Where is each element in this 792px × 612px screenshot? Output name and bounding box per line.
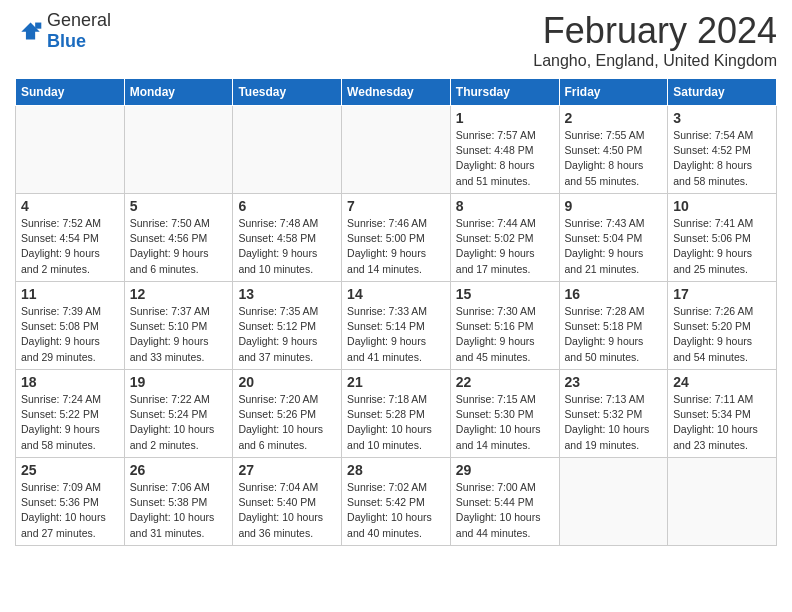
day-info: Sunrise: 7:00 AM Sunset: 5:44 PM Dayligh… <box>456 480 554 541</box>
calendar-day-cell: 19Sunrise: 7:22 AM Sunset: 5:24 PM Dayli… <box>124 370 233 458</box>
day-of-week-header: Tuesday <box>233 79 342 106</box>
calendar-week-row: 11Sunrise: 7:39 AM Sunset: 5:08 PM Dayli… <box>16 282 777 370</box>
day-info: Sunrise: 7:22 AM Sunset: 5:24 PM Dayligh… <box>130 392 228 453</box>
day-info: Sunrise: 7:33 AM Sunset: 5:14 PM Dayligh… <box>347 304 445 365</box>
day-number: 25 <box>21 462 119 478</box>
calendar-day-cell: 26Sunrise: 7:06 AM Sunset: 5:38 PM Dayli… <box>124 458 233 546</box>
day-info: Sunrise: 7:54 AM Sunset: 4:52 PM Dayligh… <box>673 128 771 189</box>
day-of-week-header: Thursday <box>450 79 559 106</box>
header: General Blue February 2024 Langho, Engla… <box>15 10 777 70</box>
day-number: 15 <box>456 286 554 302</box>
day-of-week-header: Friday <box>559 79 668 106</box>
calendar-day-cell: 18Sunrise: 7:24 AM Sunset: 5:22 PM Dayli… <box>16 370 125 458</box>
svg-marker-1 <box>35 23 41 29</box>
day-info: Sunrise: 7:20 AM Sunset: 5:26 PM Dayligh… <box>238 392 336 453</box>
day-of-week-header: Wednesday <box>342 79 451 106</box>
calendar-day-cell: 25Sunrise: 7:09 AM Sunset: 5:36 PM Dayli… <box>16 458 125 546</box>
calendar-day-cell: 21Sunrise: 7:18 AM Sunset: 5:28 PM Dayli… <box>342 370 451 458</box>
logo-icon <box>15 21 43 41</box>
day-info: Sunrise: 7:02 AM Sunset: 5:42 PM Dayligh… <box>347 480 445 541</box>
calendar-header: SundayMondayTuesdayWednesdayThursdayFrid… <box>16 79 777 106</box>
calendar-day-cell: 4Sunrise: 7:52 AM Sunset: 4:54 PM Daylig… <box>16 194 125 282</box>
calendar-day-cell: 14Sunrise: 7:33 AM Sunset: 5:14 PM Dayli… <box>342 282 451 370</box>
day-info: Sunrise: 7:18 AM Sunset: 5:28 PM Dayligh… <box>347 392 445 453</box>
day-info: Sunrise: 7:06 AM Sunset: 5:38 PM Dayligh… <box>130 480 228 541</box>
day-number: 4 <box>21 198 119 214</box>
calendar-week-row: 4Sunrise: 7:52 AM Sunset: 4:54 PM Daylig… <box>16 194 777 282</box>
logo-general: General <box>47 10 111 30</box>
day-number: 8 <box>456 198 554 214</box>
day-info: Sunrise: 7:13 AM Sunset: 5:32 PM Dayligh… <box>565 392 663 453</box>
day-number: 1 <box>456 110 554 126</box>
calendar-day-cell: 10Sunrise: 7:41 AM Sunset: 5:06 PM Dayli… <box>668 194 777 282</box>
calendar-day-cell: 13Sunrise: 7:35 AM Sunset: 5:12 PM Dayli… <box>233 282 342 370</box>
calendar-day-cell <box>342 106 451 194</box>
day-number: 9 <box>565 198 663 214</box>
calendar-day-cell: 23Sunrise: 7:13 AM Sunset: 5:32 PM Dayli… <box>559 370 668 458</box>
day-number: 7 <box>347 198 445 214</box>
day-info: Sunrise: 7:50 AM Sunset: 4:56 PM Dayligh… <box>130 216 228 277</box>
day-info: Sunrise: 7:24 AM Sunset: 5:22 PM Dayligh… <box>21 392 119 453</box>
day-number: 18 <box>21 374 119 390</box>
day-info: Sunrise: 7:28 AM Sunset: 5:18 PM Dayligh… <box>565 304 663 365</box>
calendar-day-cell: 15Sunrise: 7:30 AM Sunset: 5:16 PM Dayli… <box>450 282 559 370</box>
calendar-day-cell: 3Sunrise: 7:54 AM Sunset: 4:52 PM Daylig… <box>668 106 777 194</box>
day-info: Sunrise: 7:44 AM Sunset: 5:02 PM Dayligh… <box>456 216 554 277</box>
day-number: 10 <box>673 198 771 214</box>
calendar-day-cell: 8Sunrise: 7:44 AM Sunset: 5:02 PM Daylig… <box>450 194 559 282</box>
day-number: 28 <box>347 462 445 478</box>
day-info: Sunrise: 7:35 AM Sunset: 5:12 PM Dayligh… <box>238 304 336 365</box>
calendar-day-cell: 20Sunrise: 7:20 AM Sunset: 5:26 PM Dayli… <box>233 370 342 458</box>
day-info: Sunrise: 7:48 AM Sunset: 4:58 PM Dayligh… <box>238 216 336 277</box>
day-info: Sunrise: 7:09 AM Sunset: 5:36 PM Dayligh… <box>21 480 119 541</box>
day-info: Sunrise: 7:15 AM Sunset: 5:30 PM Dayligh… <box>456 392 554 453</box>
calendar-day-cell <box>233 106 342 194</box>
calendar-week-row: 18Sunrise: 7:24 AM Sunset: 5:22 PM Dayli… <box>16 370 777 458</box>
day-number: 27 <box>238 462 336 478</box>
calendar-day-cell: 6Sunrise: 7:48 AM Sunset: 4:58 PM Daylig… <box>233 194 342 282</box>
day-number: 16 <box>565 286 663 302</box>
day-info: Sunrise: 7:26 AM Sunset: 5:20 PM Dayligh… <box>673 304 771 365</box>
calendar-day-cell <box>559 458 668 546</box>
calendar-day-cell <box>16 106 125 194</box>
day-number: 24 <box>673 374 771 390</box>
day-number: 11 <box>21 286 119 302</box>
day-info: Sunrise: 7:46 AM Sunset: 5:00 PM Dayligh… <box>347 216 445 277</box>
calendar-week-row: 1Sunrise: 7:57 AM Sunset: 4:48 PM Daylig… <box>16 106 777 194</box>
calendar-day-cell: 24Sunrise: 7:11 AM Sunset: 5:34 PM Dayli… <box>668 370 777 458</box>
calendar-day-cell: 22Sunrise: 7:15 AM Sunset: 5:30 PM Dayli… <box>450 370 559 458</box>
calendar-day-cell: 29Sunrise: 7:00 AM Sunset: 5:44 PM Dayli… <box>450 458 559 546</box>
calendar-day-cell: 2Sunrise: 7:55 AM Sunset: 4:50 PM Daylig… <box>559 106 668 194</box>
calendar-day-cell <box>124 106 233 194</box>
day-number: 20 <box>238 374 336 390</box>
day-info: Sunrise: 7:39 AM Sunset: 5:08 PM Dayligh… <box>21 304 119 365</box>
calendar-week-row: 25Sunrise: 7:09 AM Sunset: 5:36 PM Dayli… <box>16 458 777 546</box>
calendar-table: SundayMondayTuesdayWednesdayThursdayFrid… <box>15 78 777 546</box>
day-number: 23 <box>565 374 663 390</box>
title-area: February 2024 Langho, England, United Ki… <box>533 10 777 70</box>
day-number: 6 <box>238 198 336 214</box>
day-number: 29 <box>456 462 554 478</box>
day-of-week-header: Monday <box>124 79 233 106</box>
day-number: 5 <box>130 198 228 214</box>
calendar-day-cell: 17Sunrise: 7:26 AM Sunset: 5:20 PM Dayli… <box>668 282 777 370</box>
day-number: 13 <box>238 286 336 302</box>
calendar-day-cell <box>668 458 777 546</box>
calendar-day-cell: 28Sunrise: 7:02 AM Sunset: 5:42 PM Dayli… <box>342 458 451 546</box>
day-info: Sunrise: 7:04 AM Sunset: 5:40 PM Dayligh… <box>238 480 336 541</box>
location-title: Langho, England, United Kingdom <box>533 52 777 70</box>
day-number: 14 <box>347 286 445 302</box>
month-title: February 2024 <box>533 10 777 52</box>
day-number: 21 <box>347 374 445 390</box>
day-info: Sunrise: 7:55 AM Sunset: 4:50 PM Dayligh… <box>565 128 663 189</box>
day-info: Sunrise: 7:57 AM Sunset: 4:48 PM Dayligh… <box>456 128 554 189</box>
calendar-day-cell: 9Sunrise: 7:43 AM Sunset: 5:04 PM Daylig… <box>559 194 668 282</box>
day-info: Sunrise: 7:11 AM Sunset: 5:34 PM Dayligh… <box>673 392 771 453</box>
calendar-day-cell: 5Sunrise: 7:50 AM Sunset: 4:56 PM Daylig… <box>124 194 233 282</box>
day-info: Sunrise: 7:41 AM Sunset: 5:06 PM Dayligh… <box>673 216 771 277</box>
day-info: Sunrise: 7:43 AM Sunset: 5:04 PM Dayligh… <box>565 216 663 277</box>
logo: General Blue <box>15 10 111 52</box>
calendar-day-cell: 16Sunrise: 7:28 AM Sunset: 5:18 PM Dayli… <box>559 282 668 370</box>
calendar-day-cell: 12Sunrise: 7:37 AM Sunset: 5:10 PM Dayli… <box>124 282 233 370</box>
day-number: 17 <box>673 286 771 302</box>
